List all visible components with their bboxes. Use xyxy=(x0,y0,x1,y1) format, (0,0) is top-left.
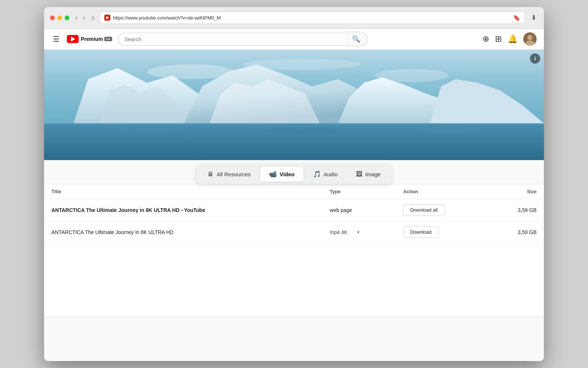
grid-icon: ⊞ xyxy=(495,34,502,43)
col-action: Action xyxy=(396,184,488,199)
svg-point-15 xyxy=(125,126,184,132)
bookmark-button[interactable]: 🔖 xyxy=(513,14,520,21)
table-row: ANTARCTICA The Ultimate Journey in 8K UL… xyxy=(44,199,544,221)
download-indicator-button[interactable]: ⬇ xyxy=(530,12,538,23)
home-button[interactable]: ⌂ xyxy=(91,14,95,22)
resource-tabs-container: 🖥 All Resources 📹 Video 🎵 Audio 🖼 Image xyxy=(196,164,391,184)
add-video-button[interactable]: ⊕ xyxy=(483,34,489,44)
youtube-favicon-icon xyxy=(104,15,110,21)
browser-window: ‹ › ⌂ https://www.youtube.com/watch?v=de… xyxy=(44,7,544,361)
tab-video-label: Video xyxy=(280,171,295,177)
col-size: Size xyxy=(488,184,544,199)
empty-table-area xyxy=(44,243,544,317)
tab-audio[interactable]: 🎵 Audio xyxy=(304,167,347,182)
image-icon: 🖼 xyxy=(356,171,362,178)
youtube-region-badge: UA xyxy=(104,37,112,41)
svg-point-17 xyxy=(423,127,474,133)
col-type: Type xyxy=(322,184,396,199)
tab-all-resources-label: All Resources xyxy=(216,171,251,177)
youtube-logo: Premium UA xyxy=(67,35,112,43)
notifications-button[interactable]: 🔔 xyxy=(508,34,517,44)
row1-size: 3,59 GB xyxy=(488,199,544,221)
row1-action-cell: Download all xyxy=(396,199,488,221)
video-icon: 📹 xyxy=(269,170,277,178)
url-text: https://www.youtube.com/watch?v=de-wdNPM… xyxy=(113,15,510,21)
main-content: i 🖥 All Resources 📹 Video 🎵 Audio 🖼 xyxy=(44,50,544,361)
user-avatar[interactable] xyxy=(523,32,537,46)
address-bar[interactable]: https://www.youtube.com/watch?v=de-wdNPM… xyxy=(100,11,525,24)
nav-buttons: ‹ › xyxy=(74,14,87,22)
row2-type-cell[interactable]: mp4 4K mp4 1080p mp4 720p mp4 480p mp4 3… xyxy=(322,221,396,243)
search-input[interactable] xyxy=(118,33,345,46)
download-all-button[interactable]: Download all xyxy=(403,204,444,216)
search-button[interactable]: 🔍 xyxy=(345,32,368,46)
bell-icon: 🔔 xyxy=(508,34,517,43)
row1-type: web page xyxy=(322,199,396,221)
format-select[interactable]: mp4 4K mp4 1080p mp4 720p mp4 480p mp4 3… xyxy=(330,229,356,235)
table-row: ANTARCTICA The Ultimate Journey in 8K UL… xyxy=(44,221,544,243)
title-bar: ‹ › ⌂ https://www.youtube.com/watch?v=de… xyxy=(44,7,544,29)
row2-action-cell: Download xyxy=(396,221,488,243)
traffic-lights xyxy=(50,15,69,20)
all-resources-icon: 🖥 xyxy=(207,171,214,178)
youtube-toolbar: ☰ Premium UA 🔍 ⊕ ⊞ 🔔 xyxy=(44,29,544,50)
tab-image-label: Image xyxy=(365,171,381,177)
row1-title: ANTARCTICA The Ultimate Journey in 8K UL… xyxy=(44,199,322,221)
tab-all-resources[interactable]: 🖥 All Resources xyxy=(198,167,259,182)
close-button[interactable] xyxy=(50,15,55,20)
tab-audio-label: Audio xyxy=(324,171,338,177)
tab-video[interactable]: 📹 Video xyxy=(260,167,304,182)
svg-point-1 xyxy=(527,35,533,40)
youtube-logo-icon xyxy=(67,35,79,43)
svg-point-16 xyxy=(265,127,338,134)
download-button[interactable]: Download xyxy=(403,226,438,238)
add-icon: ⊕ xyxy=(483,34,489,43)
grid-view-button[interactable]: ⊞ xyxy=(495,34,502,44)
row2-title: ANTARCTICA The Ultimate Journey in 8K UL… xyxy=(44,221,322,243)
col-title: Title xyxy=(44,184,322,199)
search-container: 🔍 xyxy=(118,32,368,46)
audio-icon: 🎵 xyxy=(313,170,321,178)
back-button[interactable]: ‹ xyxy=(74,14,79,22)
video-player[interactable]: i xyxy=(44,50,544,160)
bottom-area xyxy=(44,317,544,361)
hamburger-menu-button[interactable]: ☰ xyxy=(51,33,61,45)
youtube-premium-text: Premium xyxy=(81,36,103,42)
minimize-button[interactable] xyxy=(57,15,62,20)
maximize-button[interactable] xyxy=(65,15,69,20)
select-arrow-icon: ▾ xyxy=(357,230,359,235)
resource-filter-bar: 🖥 All Resources 📹 Video 🎵 Audio 🖼 Image xyxy=(44,160,544,184)
video-info-button[interactable]: i xyxy=(530,53,540,64)
download-table: Title Type Action Size ANTARCTICA The Ul… xyxy=(44,184,544,243)
tab-image[interactable]: 🖼 Image xyxy=(347,167,390,182)
forward-button[interactable]: › xyxy=(82,14,86,22)
svg-rect-14 xyxy=(44,123,544,125)
title-bar-actions: ⬇ xyxy=(530,12,538,23)
row2-size: 3,59 GB xyxy=(488,221,544,243)
toolbar-right: ⊕ ⊞ 🔔 xyxy=(483,32,537,46)
